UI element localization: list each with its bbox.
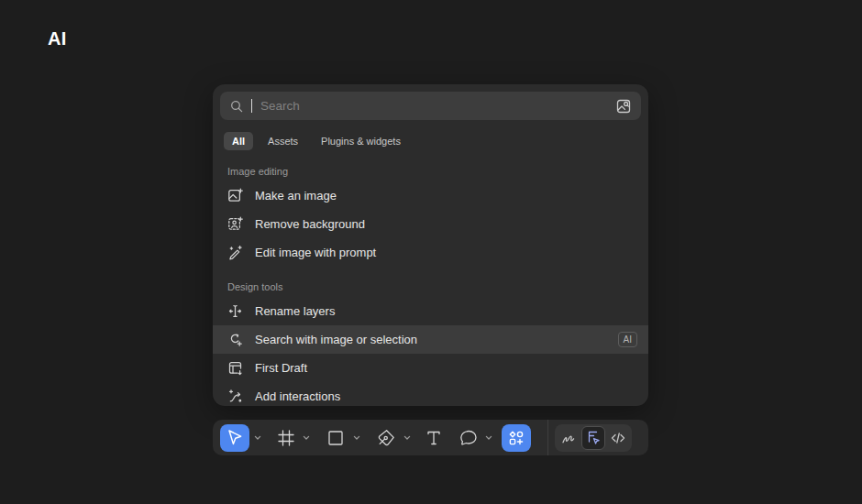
image-search-icon[interactable] <box>615 98 632 115</box>
menu-item-label: Search with image or selection <box>255 333 417 346</box>
tab-assets[interactable]: Assets <box>260 132 306 150</box>
menu-item-first-draft[interactable]: First Draft <box>213 354 648 382</box>
mode-toggle-group <box>555 424 632 452</box>
rename-layers-icon <box>227 303 243 319</box>
scan-search-icon <box>227 332 243 347</box>
menu-item-remove-background[interactable]: Remove background <box>213 210 648 238</box>
search-panel: Search All Assets Plugins & widgets Imag… <box>213 84 648 406</box>
search-placeholder: Search <box>260 99 608 113</box>
search-input[interactable]: Search <box>220 92 641 120</box>
text-tool-button[interactable] <box>423 427 445 449</box>
menu-item-add-interactions[interactable]: Add interactions <box>213 382 648 406</box>
filter-tabs: All Assets Plugins & widgets <box>213 127 648 150</box>
code-view-button[interactable] <box>606 426 630 450</box>
menu-item-search-with-image-or-selection[interactable]: Search with image or selection AI <box>213 325 648 354</box>
tab-all[interactable]: All <box>224 132 253 150</box>
tab-plugins-widgets[interactable]: Plugins & widgets <box>313 132 409 150</box>
search-icon <box>229 99 244 114</box>
menu-item-label: First Draft <box>255 361 307 375</box>
rectangle-tool-chevron-down-icon[interactable] <box>353 435 360 441</box>
page-title: AI <box>48 28 67 49</box>
menu-item-label: Rename layers <box>255 304 335 318</box>
remove-background-icon <box>227 216 243 232</box>
design-toolbar <box>213 420 648 455</box>
toolbar-divider <box>547 420 548 455</box>
text-caret <box>251 99 252 113</box>
dev-mode-toggle-button[interactable] <box>581 426 605 450</box>
interactions-icon <box>227 389 243 404</box>
menu-item-rename-layers[interactable]: Rename layers <box>213 297 648 325</box>
menu-item-label: Make an image <box>255 189 337 203</box>
menu-item-edit-image-with-prompt[interactable]: Edit image with prompt <box>213 238 648 267</box>
menu-item-make-an-image[interactable]: Make an image <box>213 181 648 210</box>
actions-button[interactable] <box>502 424 531 452</box>
section-title-design-tools: Design tools <box>227 281 634 292</box>
move-tool-chevron-down-icon[interactable] <box>254 435 261 441</box>
menu-item-label: Remove background <box>255 217 365 231</box>
menu-item-label: Add interactions <box>255 389 340 403</box>
frame-tool-button[interactable] <box>275 427 297 449</box>
draw-tool-button[interactable] <box>557 426 580 450</box>
menu-item-label: Edit image with prompt <box>255 246 376 259</box>
magic-pen-icon <box>227 245 243 260</box>
comment-tool-button[interactable] <box>458 427 480 449</box>
frame-tool-chevron-down-icon[interactable] <box>303 435 310 441</box>
move-tool-button[interactable] <box>220 424 249 452</box>
section-title-image-editing: Image editing <box>227 166 634 177</box>
pen-tool-chevron-down-icon[interactable] <box>403 435 411 441</box>
rectangle-tool-button[interactable] <box>325 427 347 449</box>
image-sparkle-icon <box>227 188 243 203</box>
ai-badge: AI <box>618 332 637 347</box>
comment-tool-chevron-down-icon[interactable] <box>485 435 492 441</box>
first-draft-icon <box>227 360 243 376</box>
pen-tool-button[interactable] <box>375 427 397 449</box>
